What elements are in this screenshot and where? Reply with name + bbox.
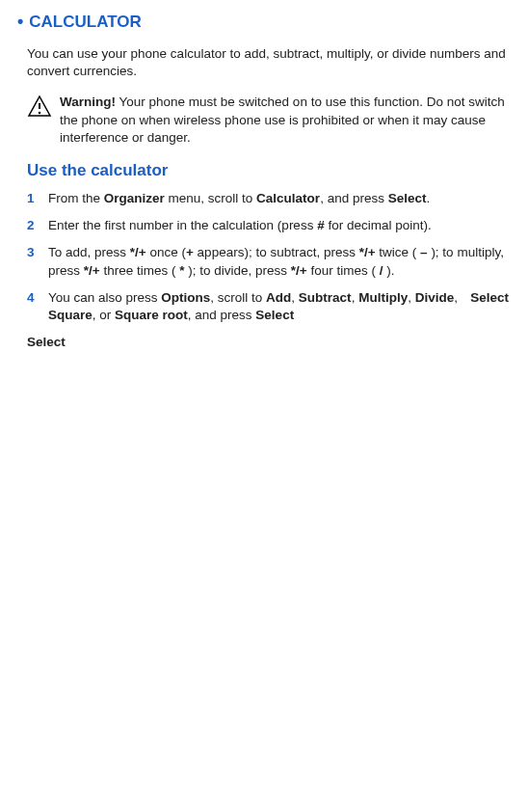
warning-callout: Warning! Your phone must be switched on … bbox=[27, 94, 509, 147]
step-1: 1 From the Organizer menu, scroll to Cal… bbox=[27, 190, 509, 207]
warning-label: Warning! bbox=[60, 95, 116, 109]
step-2: 2 Enter the first number in the calculat… bbox=[27, 217, 509, 234]
warning-text-block: Warning! Your phone must be switched on … bbox=[60, 94, 509, 147]
step-3: 3 To add, press */+ once (+ appears); to… bbox=[27, 244, 509, 279]
step-number: 3 bbox=[27, 244, 48, 279]
subheading: Use the calculator bbox=[27, 160, 509, 182]
section-title: • CALCULATOR bbox=[27, 10, 509, 34]
step-number: 2 bbox=[27, 217, 48, 234]
warning-body: Your phone must be switched on to use th… bbox=[60, 95, 505, 144]
step-body: To add, press */+ once (+ appears); to s… bbox=[48, 244, 509, 279]
step-number: 4 bbox=[27, 289, 48, 324]
step-body: From the Organizer menu, scroll to Calcu… bbox=[48, 190, 509, 207]
svg-point-2 bbox=[39, 112, 41, 115]
warning-icon bbox=[27, 95, 54, 122]
bullet-icon: • bbox=[17, 10, 23, 33]
title-text: CALCULATOR bbox=[29, 12, 141, 34]
intro-paragraph: You can use your phone calculator to add… bbox=[27, 45, 509, 80]
step-body: Enter the first number in the calculatio… bbox=[48, 217, 509, 234]
step-body: You can also press Options, scroll to Ad… bbox=[48, 289, 470, 324]
step-number: 1 bbox=[27, 190, 48, 207]
step-4: 4 You can also press Options, scroll to … bbox=[27, 289, 509, 324]
